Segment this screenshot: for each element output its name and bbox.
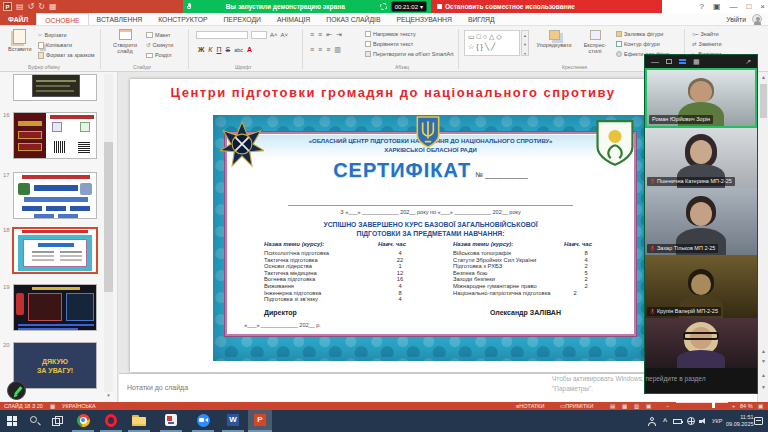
align-left-button[interactable]: ≡ [310,46,314,54]
align-center-button[interactable]: ≡ [318,46,322,54]
taskbar-zoom[interactable] [192,410,214,432]
layout-button[interactable]: Макет [146,31,173,39]
network-icon[interactable] [687,410,695,432]
undo-icon[interactable]: ↺ [28,1,35,12]
smartart-button[interactable]: Перетворити на об'єкт SmartArt [365,50,454,58]
find-button[interactable]: ○⌐Знайти [692,30,722,38]
slide-canvas[interactable]: Центри підготовки громадян до національн… [130,79,656,372]
new-slide-button[interactable]: Створити слайд [108,29,142,54]
share-timer[interactable]: 00:21:02▾ [391,1,427,12]
close-button[interactable]: × [760,0,765,13]
slideshow-view-icon[interactable]: ▣ [646,402,651,410]
quick-styles-button[interactable]: Експрес-стилі [578,30,612,54]
font-color-button[interactable]: A [247,46,252,53]
taskbar-opera[interactable] [100,410,122,432]
tab-animations[interactable]: АНІМАЦІЯ [269,13,318,25]
strikethrough-button[interactable]: S [226,46,231,53]
small-view-icon[interactable] [666,59,672,64]
copy-button[interactable]: Копіювати [38,41,95,49]
underline-button[interactable]: П [216,46,221,53]
taskbar-chrome[interactable] [72,410,94,432]
presenter-view-icon[interactable]: ▣ [713,0,721,13]
start-button[interactable] [2,410,22,432]
participant-video[interactable]: Пшенична Катерина МП-2-25 [645,128,757,188]
search-button[interactable] [26,410,44,432]
tab-file[interactable]: ФАЙЛ [0,13,36,25]
italic-button[interactable]: К [208,46,212,53]
thumbnail-slide-19[interactable] [13,284,97,331]
indent-decrease-button[interactable]: ⇤ [326,31,332,39]
shape-fill-button[interactable]: Заливка фігури [616,30,669,38]
taskbar-powerpoint-active[interactable]: P [248,410,272,432]
certificate-image[interactable]: «ОБЛАСНИЙ ЦЕНТР ПІДГОТОВКИ НАСЕЛЕННЯ ДО … [213,115,648,361]
active-layout-icon[interactable] [679,59,686,64]
avatar[interactable] [752,14,762,24]
scroll-down-icon[interactable]: ▾ [104,392,113,398]
thumbnail-slide-17[interactable] [13,172,97,219]
tab-insert[interactable]: ВСТАВЛЕННЯ [89,13,151,25]
comments-toggle[interactable]: ▭ ПРИМІТКИ [560,402,565,410]
shapes-scroll[interactable]: ▲▼▾ [521,30,529,56]
clock[interactable]: 11:51 09.09.2025 [726,414,754,432]
font-size-input[interactable] [251,31,267,39]
scrollbar-thumb[interactable] [760,84,767,118]
shape-outline-button[interactable]: Контур фігури [616,40,669,48]
scroll-up2-icon[interactable]: ▲ [758,348,768,354]
zoom-level[interactable]: 84 % [740,402,753,410]
minimize-button[interactable]: — [729,0,737,13]
main-scrollbar[interactable]: ▲ ▲ ▼ ▲ ▼ [757,72,768,402]
indent-increase-button[interactable]: ⇥ [336,31,342,39]
panel-minimize-icon[interactable]: — [651,57,659,67]
zoom-slider-thumb[interactable] [712,402,715,408]
tab-slideshow[interactable]: ПОКАЗ СЛАЙДІВ [318,13,388,25]
align-right-button[interactable]: ≡ [326,46,330,54]
tray-show-hidden-icon[interactable]: ^ [663,410,667,432]
columns-button[interactable]: ▥ [334,46,341,54]
bold-button[interactable]: Ж [198,46,204,53]
speaker-icon[interactable] [699,410,708,432]
tab-home[interactable]: ОСНОВНЕ [36,13,88,25]
notes-toggle[interactable]: ≡ НОТАТКИ [516,402,519,410]
shapes-gallery[interactable]: ▭ □ ○ △ ◇ ☆ { } ╲ ╱ [464,30,520,56]
save-icon[interactable]: ▤ [16,1,24,12]
sign-in-link[interactable]: Увійти [726,13,746,26]
restore-button[interactable]: □ [746,0,751,13]
gear-icon[interactable] [380,3,387,10]
participant-video[interactable]: Крупін Валерій МП-2-25 [645,255,757,318]
zoom-in-button[interactable]: + [732,402,735,410]
help-button[interactable]: ? [699,0,703,13]
thumbnail-slide-20[interactable]: ДЯКУЮ ЗА УВАГУ! [13,342,97,389]
expand-icon[interactable]: ↗ [745,58,751,66]
action-center-icon[interactable] [754,410,763,432]
tab-transitions[interactable]: ПЕРЕХОДИ [215,13,268,25]
slide-title[interactable]: Центри підготовки громадян до національн… [130,85,656,100]
battery-icon[interactable] [673,410,682,432]
zoom-slider-track[interactable] [676,402,728,403]
font-name-input[interactable] [196,31,248,39]
annotation-pen-button[interactable] [7,381,26,400]
thumbnail-slide-18-selected[interactable] [12,227,98,274]
clear-formatting-button[interactable]: abc [234,47,243,53]
language-indicator[interactable]: УКРАЇНСЬКА [62,402,96,410]
participant-video[interactable] [645,318,757,368]
grow-font-icon[interactable]: A˄ [270,32,278,38]
taskbar-explorer[interactable] [128,410,150,432]
thumbnail-slide-15[interactable] [13,74,97,101]
align-text-button[interactable]: Вирівняти текст [365,40,454,48]
replace-button[interactable]: ⇄Замінити [692,40,722,48]
paste-button[interactable]: Вставити [8,29,32,52]
tray-people-icon[interactable] [648,410,656,432]
fit-slide-icon[interactable]: ▣ [758,402,763,410]
slideshow-icon[interactable]: ▦ [49,1,57,12]
mic-icon[interactable] [187,3,191,10]
cut-button[interactable]: ✂Вирізати [38,31,95,39]
input-language[interactable]: УКР [712,410,722,432]
numbering-button[interactable]: ≡ [318,31,322,39]
redo-icon[interactable]: ↻ [38,1,45,12]
zoom-out-button[interactable]: − [666,402,669,410]
participant-video-active[interactable]: Роман Юрійович Зорін [645,68,757,128]
reset-button[interactable]: ↺Скинути [146,41,173,49]
grid-view-icon[interactable]: ▦ [693,58,700,66]
task-view-button[interactable] [48,410,66,432]
sidebar-scrollbar-thumb[interactable] [104,142,113,292]
